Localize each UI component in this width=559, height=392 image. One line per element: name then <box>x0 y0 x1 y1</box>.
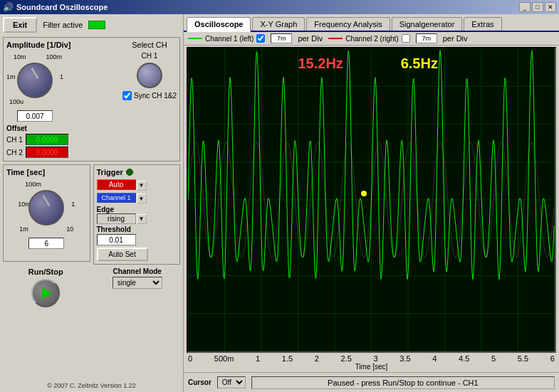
app-icon: 🔊 <box>3 2 14 12</box>
main-container: Exit Filter active Amplitude [1/Div] 10m… <box>0 14 559 392</box>
channel-mode-title: Channel Mode <box>113 267 162 275</box>
trigger-channel-btn[interactable]: Channel 1 <box>97 193 136 203</box>
channel-mode-select[interactable]: single dual <box>113 277 162 289</box>
x-label-3.5: 3.5 <box>399 354 410 363</box>
trigger-section: Trigger Auto ▼ Channel 1 ▼ Edge rising ▼ <box>93 164 181 265</box>
filter-led <box>88 21 105 29</box>
label-10m: 10m <box>14 53 26 60</box>
x-label-3: 3 <box>374 354 378 363</box>
ch2-checkbox[interactable] <box>402 34 410 43</box>
per-div-label-2: per Div <box>443 34 468 43</box>
ch2-per-div-input[interactable] <box>416 33 437 43</box>
time-label-100m: 100m <box>25 181 41 188</box>
maximize-button[interactable]: □ <box>532 2 543 12</box>
tab-bar: Oscilloscope X-Y Graph Frequency Analysi… <box>184 14 559 32</box>
tab-oscilloscope[interactable]: Oscilloscope <box>187 17 251 32</box>
freq-label-2: 6.5Hz <box>401 55 438 72</box>
per-div-label-1: per Div <box>298 34 323 43</box>
trigger-channel-arrow[interactable]: ▼ <box>137 194 147 203</box>
time-input[interactable] <box>28 238 64 249</box>
time-label-10: 10 <box>66 226 73 233</box>
time-title: Time [sec] <box>6 168 87 176</box>
x-label-5.5: 5.5 <box>518 354 528 363</box>
run-stop-button[interactable] <box>31 279 60 307</box>
title-bar: 🔊 Soundcard Oszilloscope _ □ ✕ <box>0 0 559 14</box>
sync-checkbox[interactable] <box>122 91 132 100</box>
play-icon <box>42 287 52 299</box>
right-panel: Oscilloscope X-Y Graph Frequency Analysi… <box>184 14 559 392</box>
trigger-title: Trigger <box>97 168 123 176</box>
amplitude-knob[interactable] <box>17 63 53 98</box>
label-1m: 1m <box>6 73 16 80</box>
time-knob-labels: 100m 10m 1 1m 10 <box>18 179 75 236</box>
oscilloscope-display: 15.2Hz 6.5Hz <box>187 47 556 353</box>
ch1-label-amp: CH 1 <box>142 52 158 60</box>
channel-mode-section: Channel Mode single dual <box>95 267 181 289</box>
ch1-checkbox[interactable] <box>256 34 265 43</box>
x-label-2: 2 <box>315 354 319 363</box>
channel-bar: Channel 1 (left) per Div Channel 2 (righ… <box>184 32 559 46</box>
copyright: © 2007 C. Zeitnitz Version 1.22 <box>3 381 180 389</box>
ch2-bar-label: Channel 2 (right) <box>345 35 398 43</box>
minimize-button[interactable]: _ <box>519 2 531 12</box>
threshold-section: Threshold <box>97 226 177 245</box>
ch2-indicator: Channel 2 (right) <box>328 34 409 43</box>
amplitude-knob-area: 10m 100m 1m 1 100u <box>6 52 63 122</box>
exit-button[interactable]: Exit <box>3 17 37 33</box>
offset-ch1-row: CH 1 <box>6 134 177 145</box>
filter-label: Filter active <box>43 21 83 29</box>
select-ch-area: Select CH CH 1 Sync CH 1&2 <box>122 41 177 100</box>
ch1-line <box>188 38 202 39</box>
select-ch-label: Select CH <box>132 41 167 49</box>
time-label-1m: 1m <box>19 226 28 233</box>
edge-value-btn[interactable]: rising <box>97 213 136 224</box>
offset-ch2-label: CH 2 <box>6 149 23 157</box>
top-controls: Exit Filter active <box>3 17 180 33</box>
edge-arrow[interactable]: ▼ <box>137 214 147 224</box>
x-label-6: 6 <box>550 354 555 363</box>
waveform-canvas <box>188 48 555 351</box>
trigger-mode-arrow[interactable]: ▼ <box>137 181 147 191</box>
x-axis-title: Time [sec] <box>184 363 559 372</box>
offset-ch2-input[interactable] <box>26 147 68 158</box>
ch2-line <box>328 38 343 39</box>
label-1: 1 <box>60 73 63 80</box>
trigger-mode-btn[interactable]: Auto <box>97 179 136 190</box>
ch1-indicator: Channel 1 (left) <box>188 34 265 43</box>
amplitude-title: Amplitude [1/Div] <box>6 41 70 49</box>
x-label-4: 4 <box>432 354 437 363</box>
label-100u: 100u <box>9 98 23 105</box>
offset-ch1-input[interactable] <box>26 134 68 145</box>
run-channel-row: Run/Stop Channel Mode single dual <box>3 266 180 307</box>
amplitude-input[interactable] <box>17 110 53 122</box>
tab-signal-generator[interactable]: Signalgenerator <box>392 17 463 31</box>
x-label-0: 0 <box>188 354 192 363</box>
close-button[interactable]: ✕ <box>545 2 556 12</box>
ch1-per-div-input[interactable] <box>271 33 292 43</box>
cursor-dot <box>361 191 367 196</box>
trigger-mode-dropdown: Auto ▼ <box>97 179 177 191</box>
threshold-input[interactable] <box>97 234 136 245</box>
bottom-bar: Cursor Off On Paused - press Run/Stop to… <box>184 372 559 392</box>
left-panel: Exit Filter active Amplitude [1/Div] 10m… <box>0 14 184 392</box>
time-section: Time [sec] 100m 10m 1 1m 10 <box>3 164 90 262</box>
channel-mode-dropdown: single dual <box>113 277 162 289</box>
time-knob-area: 100m 10m 1 1m 10 <box>6 179 87 249</box>
tab-xy-graph[interactable]: X-Y Graph <box>252 17 305 31</box>
sync-check: Sync CH 1&2 <box>122 91 177 100</box>
time-knob[interactable] <box>28 190 64 226</box>
cursor-select[interactable]: Off On <box>217 376 246 388</box>
offset-title: Offset <box>6 125 177 132</box>
tab-extras[interactable]: Extras <box>464 17 501 31</box>
status-bar: Paused - press Run/Stop to continue - CH… <box>251 376 555 389</box>
edge-section: Edge rising ▼ <box>97 206 177 224</box>
tab-frequency-analysis[interactable]: Frequency Analysis <box>306 17 390 31</box>
time-label-1: 1 <box>71 201 75 208</box>
run-stop-title: Run/Stop <box>28 267 63 276</box>
x-label-5: 5 <box>491 354 496 363</box>
ch1-selector-knob[interactable] <box>137 63 162 88</box>
freq-label-1: 15.2Hz <box>298 55 343 72</box>
trigger-header: Trigger <box>97 168 177 176</box>
x-label-2.5: 2.5 <box>341 354 352 363</box>
auto-set-button[interactable]: Auto Set <box>97 248 148 261</box>
